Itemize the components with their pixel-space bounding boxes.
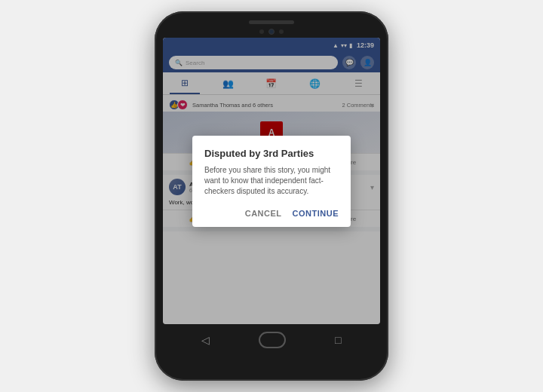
continue-button[interactable]: CONTINUE xyxy=(293,207,339,219)
dialog-body: Before you share this story, you might w… xyxy=(204,165,339,197)
dialog-actions: CANCEL CONTINUE xyxy=(204,207,339,219)
dialog-overlay: Disputed by 3rd Parties Before you share… xyxy=(163,38,380,324)
camera-area xyxy=(259,29,284,35)
phone-screen: ▲ ▾▾ ▮ 12:39 🔍 Search 💬 👤 ⊞ 👥 📅 🌐 ☰ xyxy=(163,38,380,324)
recents-button[interactable]: □ xyxy=(335,334,341,346)
home-button[interactable] xyxy=(259,332,286,348)
hardware-nav: ◁ □ xyxy=(162,329,381,351)
sensor-dot xyxy=(259,29,264,34)
dialog-title: Disputed by 3rd Parties xyxy=(204,148,339,159)
cancel-button[interactable]: CANCEL xyxy=(245,207,282,219)
back-button[interactable]: ◁ xyxy=(201,334,210,346)
speaker-grill xyxy=(249,20,294,24)
disputed-dialog: Disputed by 3rd Parties Before you share… xyxy=(192,136,351,227)
phone-shell: ▲ ▾▾ ▮ 12:39 🔍 Search 💬 👤 ⊞ 👥 📅 🌐 ☰ xyxy=(155,11,388,381)
camera-lens xyxy=(268,29,275,35)
sensor-dot2 xyxy=(279,29,284,34)
